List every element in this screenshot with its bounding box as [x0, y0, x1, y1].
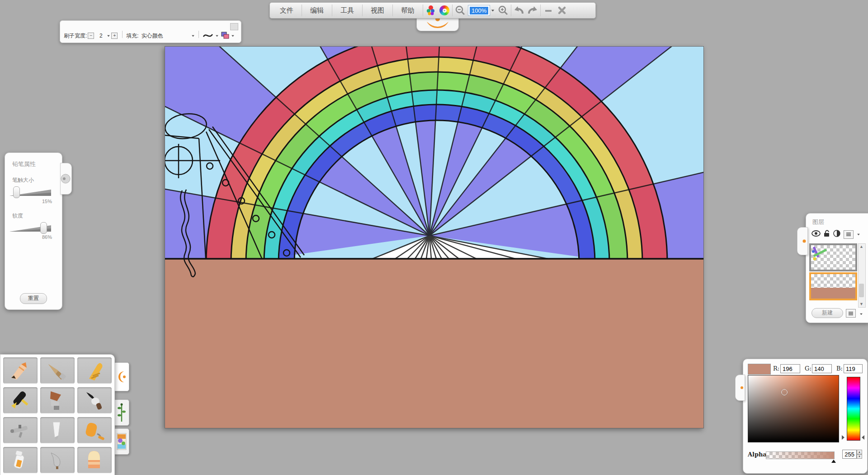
layer-lock-icon[interactable]	[824, 230, 830, 239]
softness-slider-thumb[interactable]	[40, 222, 47, 234]
reset-button[interactable]: 重置	[20, 293, 47, 304]
layers-menu-button[interactable]	[846, 309, 856, 318]
zoom-level-select[interactable]: 100%	[468, 5, 490, 16]
brush-size-slider[interactable]	[9, 186, 51, 198]
menu-bar: 文件 编辑 工具 视图 帮助 + 100%	[269, 2, 596, 19]
layer-item-background[interactable]	[809, 272, 857, 300]
rainbow-figure-icon[interactable]	[424, 4, 438, 17]
fill-mode-value[interactable]: 实心颜色	[142, 32, 191, 40]
alpha-spinner[interactable]: ▲▼	[857, 450, 862, 459]
toolbar-collapse-button[interactable]	[230, 23, 238, 30]
layer-blend-caret[interactable]	[857, 233, 860, 235]
brush-width-caret[interactable]	[108, 35, 110, 37]
layers-scrollbar[interactable]: ▲ ▼	[858, 243, 866, 308]
alpha-slider[interactable]	[766, 451, 835, 459]
app-logo-icon	[797, 228, 807, 255]
saturation-value-box[interactable]	[748, 375, 839, 442]
scroll-up-icon[interactable]: ▲	[859, 244, 864, 250]
ground	[165, 259, 703, 428]
green-label: G:	[805, 365, 811, 372]
brush-width-increase-button[interactable]: +	[111, 33, 118, 39]
redo-button[interactable]	[526, 4, 539, 17]
alpha-label: Alpha	[748, 451, 767, 458]
hue-bar[interactable]	[847, 377, 860, 441]
airbrush-tool[interactable]	[3, 417, 38, 443]
zoom-dropdown-caret[interactable]	[491, 10, 494, 11]
menu-help[interactable]: 帮助	[394, 4, 422, 18]
layer-opacity-icon[interactable]	[833, 230, 840, 239]
mini-picture-icon	[117, 432, 127, 451]
brush-width-value: 2	[95, 33, 107, 39]
red-label: R:	[773, 365, 779, 372]
drawing-canvas[interactable]	[165, 46, 704, 428]
flat-brush-tool[interactable]	[40, 387, 75, 413]
paint-roller-tool[interactable]	[77, 417, 112, 443]
layer-sketch-preview	[811, 245, 855, 270]
softness-value: 86%	[5, 234, 52, 240]
scroll-down-icon[interactable]: ▼	[859, 301, 864, 307]
pencil-properties-panel: 铅笔属性 笔触大小 15% 软度 86% 重置	[5, 152, 62, 310]
menu-view[interactable]: 视图	[363, 4, 392, 18]
color-picker-panel: R: G: B: Alpha ▲▼	[743, 359, 868, 474]
layers-panel: 图层 ▲ ▼ 新建	[806, 213, 868, 323]
menu-tools[interactable]: 工具	[333, 4, 361, 18]
layer-item-sketch[interactable]	[809, 243, 857, 271]
scrollbar-thumb[interactable]	[859, 284, 864, 297]
layer-blend-list-button[interactable]	[844, 230, 854, 239]
zoom-out-button[interactable]	[453, 4, 467, 17]
metal-pen-tool[interactable]	[40, 447, 75, 473]
tool-palette	[0, 354, 115, 475]
app-logo-icon	[117, 370, 127, 384]
app-logo-icon	[736, 375, 745, 400]
brush-options-toolbar: 刷子宽度: − 2 + 填充: 实心颜色	[60, 20, 241, 43]
palette-handle[interactable]	[114, 362, 129, 391]
minimize-button[interactable]	[542, 4, 555, 17]
color-panel-handle[interactable]	[735, 375, 745, 401]
hue-marker-right-icon[interactable]	[862, 435, 864, 440]
palette-knife-tool[interactable]	[40, 417, 75, 443]
brush-width-decrease-button[interactable]: −	[88, 33, 94, 39]
menu-file[interactable]: 文件	[273, 4, 301, 18]
charcoal-tool[interactable]	[40, 357, 75, 384]
close-button[interactable]	[555, 4, 569, 17]
layers-panel-title: 图层	[812, 218, 868, 226]
fountain-pen-tool[interactable]	[3, 387, 38, 413]
clown-smile-icon	[427, 22, 448, 28]
eraser-tool[interactable]	[77, 447, 112, 473]
menu-edit[interactable]: 编辑	[303, 4, 331, 18]
sv-selector[interactable]	[781, 389, 788, 395]
canvas-artwork	[165, 47, 703, 428]
ink-brush-tool[interactable]	[77, 387, 112, 413]
brush-size-slider-thumb[interactable]	[13, 186, 20, 198]
softness-label: 软度	[12, 212, 62, 220]
undo-button[interactable]	[512, 4, 526, 17]
stroke-style-caret[interactable]	[216, 35, 218, 37]
pencil-panel-title: 铅笔属性	[12, 160, 62, 168]
hue-marker-left-icon[interactable]	[842, 435, 844, 440]
color-style-caret[interactable]	[231, 35, 234, 37]
rainbow-ring-icon[interactable]: +	[438, 4, 451, 17]
marker-tool[interactable]	[3, 447, 38, 473]
alpha-slider-marker[interactable]	[831, 460, 836, 463]
image-stamp-tab[interactable]	[114, 428, 129, 455]
new-layer-button[interactable]: 新建	[811, 308, 843, 318]
color-style-icon[interactable]	[221, 32, 230, 40]
palette-side-strip	[114, 354, 132, 475]
alpha-input[interactable]	[842, 450, 857, 459]
layers-panel-handle[interactable]	[797, 227, 808, 255]
softness-slider[interactable]	[9, 222, 51, 233]
pencil-tool[interactable]	[3, 357, 38, 384]
layer-visibility-icon[interactable]	[811, 230, 821, 238]
blue-label: B:	[836, 365, 843, 372]
fill-mode-caret[interactable]	[192, 35, 194, 37]
green-input[interactable]	[812, 364, 832, 373]
red-input[interactable]	[780, 364, 800, 373]
plant-stamp-tab[interactable]	[114, 399, 129, 426]
layers-menu-caret[interactable]	[860, 314, 863, 315]
blue-input[interactable]	[844, 364, 863, 373]
zoom-in-button[interactable]	[496, 4, 510, 17]
crayon-tool[interactable]	[77, 357, 112, 384]
pencil-panel-handle[interactable]	[60, 163, 72, 195]
stroke-style-icon[interactable]	[203, 32, 213, 40]
plant-icon	[117, 403, 126, 423]
